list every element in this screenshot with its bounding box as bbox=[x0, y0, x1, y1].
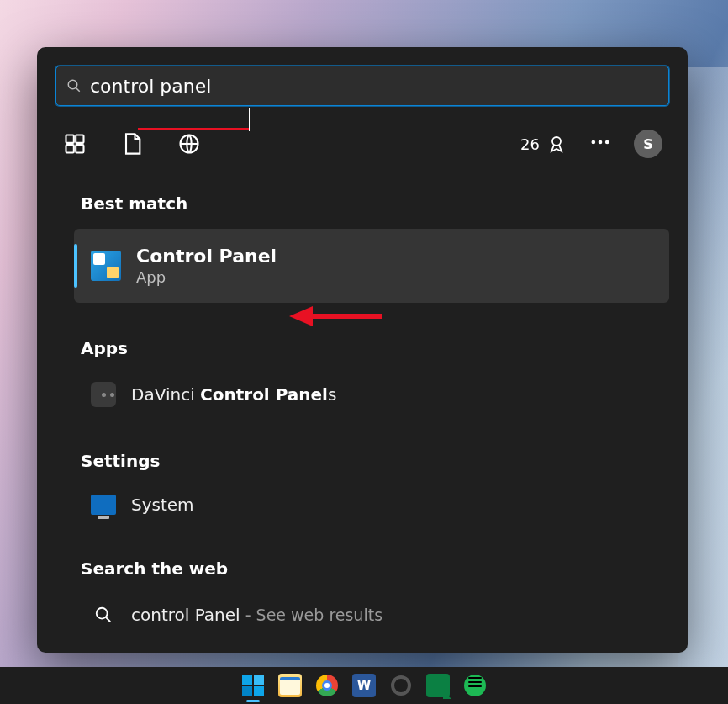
avatar-initial: S bbox=[643, 136, 653, 152]
more-button[interactable] bbox=[588, 130, 612, 157]
svg-rect-2 bbox=[66, 135, 74, 143]
start-search-flyout: 26 S Best match Control Panel App bbox=[37, 47, 688, 653]
spotify-icon bbox=[464, 675, 486, 696]
taskbar-opera-gx[interactable] bbox=[389, 674, 413, 697]
search-input[interactable] bbox=[90, 76, 658, 97]
monitor-icon bbox=[91, 495, 116, 515]
app-result-text: DaVinci Control Panels bbox=[131, 384, 336, 405]
svg-line-14 bbox=[106, 617, 111, 622]
windows-logo-icon bbox=[242, 675, 264, 696]
taskbar-chrome[interactable] bbox=[315, 674, 339, 697]
svg-point-0 bbox=[68, 80, 77, 89]
rewards-count: 26 bbox=[520, 135, 540, 153]
user-avatar[interactable]: S bbox=[634, 130, 662, 158]
spellcheck-underline bbox=[138, 128, 249, 130]
rewards-counter[interactable]: 26 bbox=[520, 134, 567, 154]
word-icon-letter: W bbox=[357, 678, 372, 693]
search-box[interactable] bbox=[55, 66, 669, 106]
section-settings: Settings bbox=[81, 451, 669, 471]
best-match-result[interactable]: Control Panel App bbox=[74, 229, 669, 303]
section-best-match: Best match bbox=[81, 193, 669, 214]
annotation-arrow bbox=[289, 299, 390, 333]
search-icon bbox=[66, 78, 82, 93]
svg-rect-5 bbox=[76, 145, 83, 152]
section-search-web: Search the web bbox=[81, 558, 669, 579]
ellipsis-icon bbox=[588, 130, 612, 154]
filter-apps-icon[interactable] bbox=[62, 131, 87, 156]
medal-icon bbox=[546, 134, 567, 154]
filter-web-icon[interactable] bbox=[177, 131, 202, 156]
best-match-title: Control Panel bbox=[136, 246, 277, 267]
svg-rect-3 bbox=[76, 135, 83, 143]
taskbar-spotify[interactable] bbox=[463, 674, 487, 697]
web-result-text: control Panel - See web results bbox=[131, 605, 382, 625]
svg-point-10 bbox=[605, 140, 609, 145]
davinci-icon bbox=[91, 382, 116, 407]
search-icon bbox=[91, 602, 116, 627]
taskbar: W bbox=[0, 667, 728, 704]
opera-icon bbox=[391, 675, 411, 696]
svg-rect-4 bbox=[66, 145, 74, 152]
settings-result-system[interactable]: System bbox=[86, 486, 669, 523]
app-result-davinci[interactable]: DaVinci Control Panels bbox=[86, 373, 669, 416]
desktop-wallpaper: 26 S Best match Control Panel App bbox=[0, 0, 728, 704]
taskbar-word[interactable]: W bbox=[352, 674, 376, 697]
control-panel-icon bbox=[91, 251, 121, 281]
web-result[interactable]: control Panel - See web results bbox=[86, 594, 669, 636]
chrome-icon bbox=[316, 675, 338, 696]
taskbar-start-button[interactable] bbox=[241, 674, 265, 697]
taskbar-file-explorer[interactable] bbox=[278, 674, 302, 697]
svg-point-13 bbox=[97, 608, 108, 619]
svg-point-8 bbox=[592, 140, 596, 145]
search-filter-row: 26 S bbox=[55, 130, 669, 158]
svg-line-1 bbox=[76, 87, 80, 92]
filter-documents-icon[interactable] bbox=[119, 131, 145, 156]
svg-point-7 bbox=[552, 137, 561, 146]
taskbar-google-chat[interactable] bbox=[426, 674, 450, 697]
settings-result-text: System bbox=[131, 495, 194, 515]
section-apps: Apps bbox=[81, 338, 669, 358]
selection-accent bbox=[74, 244, 77, 288]
best-match-subtitle: App bbox=[136, 268, 277, 286]
text-caret bbox=[249, 108, 250, 131]
svg-point-9 bbox=[599, 140, 603, 145]
svg-marker-12 bbox=[289, 306, 313, 326]
